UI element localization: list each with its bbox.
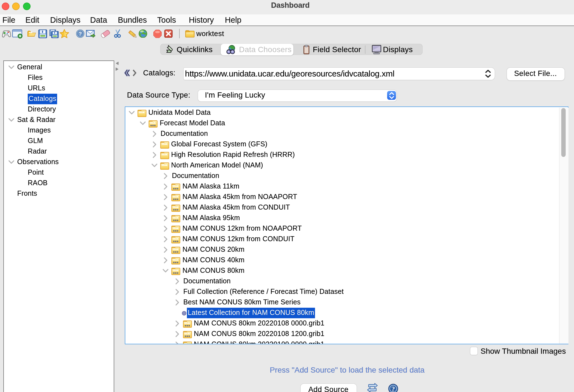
svg-text:?: ?: [78, 31, 82, 37]
svg-text:?: ?: [391, 385, 395, 392]
